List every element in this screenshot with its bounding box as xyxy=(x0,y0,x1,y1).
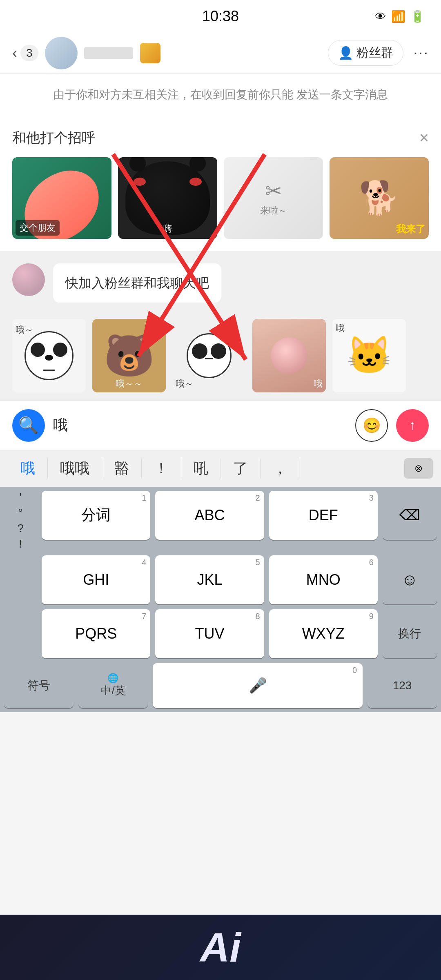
key-jkl[interactable]: 5 JKL xyxy=(155,555,264,604)
search-icon: 🔍 xyxy=(18,416,39,435)
sticker-row-2: 哦～ 🐻 哦～～ 哦～ xyxy=(0,315,441,401)
key-abc[interactable]: 2 ABC xyxy=(155,491,264,540)
message-bubble: 快加入粉丝群和我聊天吧 xyxy=(53,263,221,303)
symbol-label: 符号 xyxy=(27,678,50,693)
nav-bar: ‹ 3 👤 粉丝群 ··· xyxy=(0,33,441,74)
backspace-icon: ⌫ xyxy=(399,507,420,524)
sender-avatar xyxy=(12,263,45,296)
emoji-button[interactable]: 😊 xyxy=(355,409,388,442)
content-area: 和他打个招呼 × 交个朋友 嗨 xyxy=(0,116,441,401)
return-key[interactable]: 换行 xyxy=(383,609,437,658)
sticker-girl[interactable]: 哦 xyxy=(252,319,326,392)
key-label: ABC xyxy=(194,507,225,524)
emoji-icon: 😊 xyxy=(363,417,381,434)
ai-indicator: Ai xyxy=(0,915,441,980)
key-def[interactable]: 3 DEF xyxy=(269,491,378,540)
status-time: 10:38 xyxy=(202,8,239,25)
keyboard-suggestions: 哦 哦哦 豁 ！ 吼 了 ， ⊗ xyxy=(0,450,441,487)
key-mno[interactable]: 6 MNO xyxy=(269,555,378,604)
key-123[interactable]: 123 xyxy=(368,663,437,708)
sticker-label: 交个朋友 xyxy=(16,220,60,236)
suggestion-item-1[interactable]: 哦哦 xyxy=(48,459,102,479)
fans-group-button[interactable]: 👤 粉丝群 xyxy=(328,40,403,66)
suggestion-delete-button[interactable]: ⊗ xyxy=(404,458,433,479)
key-ghi[interactable]: 4 GHI xyxy=(42,555,150,604)
key-label: PQRS xyxy=(75,625,117,642)
notice-text: 由于你和对方未互相关注，在收到回复前你只能 发送一条文字消息 xyxy=(0,74,441,116)
emoji-key-icon: ☺ xyxy=(401,570,418,589)
key-label: GHI xyxy=(83,571,109,588)
status-bar: 10:38 👁 📶 🔋 xyxy=(0,0,441,33)
message-input[interactable] xyxy=(53,409,347,442)
key-label: JKL xyxy=(197,571,222,588)
sticker-label-hai: 嗨 xyxy=(163,223,172,235)
key-zero-mic[interactable]: 0 🎤 xyxy=(153,663,363,708)
search-button[interactable]: 🔍 xyxy=(12,409,45,442)
sticker-panda-2[interactable]: 哦～ xyxy=(172,319,246,392)
user-name xyxy=(84,43,328,63)
greeting-close-button[interactable]: × xyxy=(419,129,429,147)
globe-icon: 🌐 xyxy=(107,673,118,684)
key-chinese-english[interactable]: 🌐 中/英 xyxy=(78,663,148,708)
key-wxyz[interactable]: 9 WXYZ xyxy=(269,609,378,658)
delete-icon: ⊗ xyxy=(414,463,423,474)
key-tuv[interactable]: 8 TUV xyxy=(155,609,264,658)
sticker-coming[interactable]: ✂ 来啦～ xyxy=(224,157,323,239)
key-pqrs[interactable]: 7 PQRS xyxy=(42,609,150,658)
suggestion-item-6[interactable]: ， xyxy=(261,459,300,479)
key-123-label: 123 xyxy=(393,679,412,692)
sticker-row-1: 交个朋友 嗨 ✂ 来啦～ xyxy=(12,157,429,239)
avatar[interactable] xyxy=(45,37,78,69)
suggestion-item-5[interactable]: 了 xyxy=(221,459,261,479)
key-fenCi[interactable]: 1 分词 xyxy=(42,491,150,540)
greeting-title: 和他打个招呼 xyxy=(12,129,96,147)
sticker-label-come: 我来了 xyxy=(396,223,425,236)
greeting-popup: 和他打个招呼 × 交个朋友 嗨 xyxy=(0,116,441,251)
emoji-key[interactable]: ☺ xyxy=(383,555,437,604)
message-section: 快加入粉丝群和我聊天吧 xyxy=(0,251,441,315)
sticker-black-bear[interactable]: 嗨 xyxy=(118,157,217,239)
chinese-english-label: 中/英 xyxy=(101,684,125,698)
greeting-header: 和他打个招呼 × xyxy=(12,129,429,147)
keyboard: ' ° ? ! 1 分词 2 ABC 3 DEF ⌫ 4 GHI 5 J xyxy=(0,487,441,712)
sticker-panda-1[interactable]: 哦～ xyxy=(12,319,86,392)
ai-label: Ai xyxy=(200,924,241,971)
suggestion-item-2[interactable]: 豁 xyxy=(102,459,142,479)
sticker-dog[interactable]: 🐕 我来了 xyxy=(330,157,429,239)
sticker-cat[interactable]: 🐱 哦 xyxy=(332,319,406,392)
key-label: MNO xyxy=(306,571,341,588)
punct-question[interactable]: ? xyxy=(4,522,37,535)
sticker-make-friends[interactable]: 交个朋友 xyxy=(12,157,111,239)
fans-label: 粉丝群 xyxy=(356,45,393,61)
sticker-bear-2[interactable]: 🐻 哦～～ xyxy=(92,319,166,392)
return-label: 换行 xyxy=(398,626,421,641)
input-bar: 🔍 😊 ↑ xyxy=(0,401,441,450)
suggestion-item-3[interactable]: ！ xyxy=(142,459,181,479)
message-text: 快加入粉丝群和我聊天吧 xyxy=(65,276,209,290)
send-icon: ↑ xyxy=(409,418,416,433)
key-label: TUV xyxy=(195,625,224,642)
punct-degree[interactable]: ° xyxy=(4,506,37,519)
punct-column-1: ' ° ? ! xyxy=(4,491,37,550)
key-label: 分词 xyxy=(81,505,111,525)
back-button[interactable]: ‹ 3 xyxy=(12,45,38,62)
key-label: DEF xyxy=(309,507,338,524)
battery-icon: 🔋 xyxy=(410,10,425,23)
eye-icon: 👁 xyxy=(375,10,386,23)
punct-exclaim[interactable]: ! xyxy=(4,537,37,550)
punct-comma[interactable]: ' xyxy=(4,491,37,504)
suggestion-item-4[interactable]: 吼 xyxy=(181,459,221,479)
more-button[interactable]: ··· xyxy=(413,44,429,62)
key-symbol[interactable]: 符号 xyxy=(4,663,74,708)
suggestion-item-0[interactable]: 哦 xyxy=(8,459,48,479)
back-count-badge: 3 xyxy=(20,45,38,61)
message-wrapper: 快加入粉丝群和我聊天吧 xyxy=(12,263,429,303)
status-icons: 👁 📶 🔋 xyxy=(375,10,425,23)
fans-icon: 👤 xyxy=(338,46,353,60)
mic-icon: 🎤 xyxy=(249,677,267,694)
send-button[interactable]: ↑ xyxy=(396,409,429,442)
nav-right-controls: 👤 粉丝群 ··· xyxy=(328,40,429,66)
delete-key[interactable]: ⌫ xyxy=(383,491,437,540)
key-label: WXYZ xyxy=(302,625,345,642)
back-arrow-icon: ‹ xyxy=(12,45,17,62)
